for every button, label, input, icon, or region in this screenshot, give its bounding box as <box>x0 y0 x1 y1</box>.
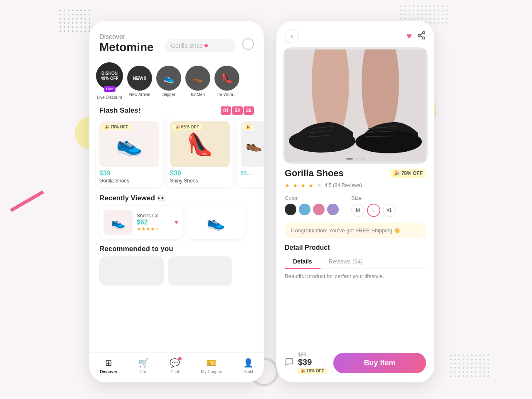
color-blue[interactable] <box>299 204 310 215</box>
rv-img-1: 👟 <box>103 210 133 235</box>
flash-card-1[interactable]: 🎉 78% OFF 👟 $39 Gorilla Shoes <box>96 118 163 187</box>
svg-line-4 <box>420 33 423 34</box>
product-discount-badge: 🎉 78% OFF <box>390 169 426 178</box>
nav-item-cart[interactable]: 🛒 Cart <box>138 358 149 374</box>
cat-label-slipper: Slipper <box>162 92 175 97</box>
back-button[interactable]: ‹ <box>285 29 299 43</box>
chat-icon-buy-bar[interactable] <box>285 357 294 369</box>
off-badge-2: 🎉 65% OFF <box>172 124 202 130</box>
size-XL[interactable]: XL <box>383 204 396 217</box>
flash-sales-title: Flash Sales! <box>99 106 140 115</box>
star-1: ★ <box>285 182 290 189</box>
app-title-block: Discover Metomine <box>99 33 154 54</box>
buy-price-info: $99 $39 🎉 78% OFF <box>298 352 327 374</box>
buy-bar: $99 $39 🎉 78% OFF Buy item <box>276 347 434 382</box>
color-pink[interactable] <box>313 204 325 215</box>
nav-item-profile[interactable]: 👤 Profil <box>243 358 254 374</box>
search-bar[interactable]: Gorilla Shoe <box>165 39 236 52</box>
off-small-emoji: 🎉 <box>300 369 305 373</box>
size-option-group: Size M L XL <box>351 195 396 217</box>
color-option-group: Color <box>285 195 339 217</box>
color-black[interactable] <box>285 204 296 215</box>
cat-circle-live: DISKON49% OFF Live <box>96 62 123 89</box>
off-badge-3: 🎉 <box>243 124 253 130</box>
cat-circle-new: NEW!! <box>127 66 152 91</box>
cat-item-women[interactable]: 👠 for Wom... <box>214 66 239 97</box>
shipping-banner: Congratulation! You've got FREE Shipping… <box>285 223 426 238</box>
left-header: Discover Metomine Gorilla Shoe <box>89 21 264 58</box>
tab-details[interactable]: Details <box>285 255 320 269</box>
flash-card-3[interactable]: 🎉 👞 $3... <box>237 118 264 187</box>
star-2: ★ <box>293 182 298 189</box>
nav-item-chat[interactable]: 💬 Chat <box>170 358 180 374</box>
nav-label-discover: Discover <box>100 369 117 374</box>
size-L[interactable]: L <box>367 204 380 217</box>
rv-card-1[interactable]: 👟 Shoes Co $62 ★★★★☆ ♥ <box>99 206 182 239</box>
svg-point-9 <box>355 130 422 153</box>
buy-item-button[interactable]: Buy item <box>333 353 426 373</box>
flash-img-2: 🎉 65% OFF 👠 <box>170 121 230 167</box>
product-main-image <box>283 47 428 164</box>
rec-card-2[interactable] <box>168 256 232 286</box>
flash-price-3: $3... <box>241 170 264 176</box>
size-label: Size <box>351 195 396 201</box>
coupon-icon: 🎫 <box>206 358 217 368</box>
cat-label-men: for Men <box>191 92 205 97</box>
chat-badge <box>178 357 182 360</box>
shoe-icon-2: 👠 <box>187 132 214 157</box>
metomine-label: Metomine <box>99 41 154 54</box>
nav-label-chat: Chat <box>170 369 179 374</box>
tab-reviews[interactable]: Reviews (84) <box>320 255 371 268</box>
size-options: M L XL <box>351 204 396 217</box>
cat-item-men[interactable]: 👞 for Men <box>185 66 210 97</box>
cat-item-live[interactable]: DISKON49% OFF Live Live Discount <box>96 62 123 100</box>
svg-line-3 <box>420 36 423 37</box>
cat-circle-slipper: 👟 <box>156 66 181 91</box>
recently-viewed-title: Recently Viewed 👀 <box>99 194 254 202</box>
rv-heart-1[interactable]: ♥ <box>175 219 179 226</box>
recommended-section: Recommended to you <box>89 242 264 289</box>
cat-item-slipper[interactable]: 👟 Slipper <box>156 66 181 97</box>
discount-emoji: 🎉 <box>394 170 400 176</box>
search-circle[interactable] <box>242 38 254 50</box>
bottom-nav: ⊞ Discover 🛒 Cart 💬 Chat 🎫 My Coupon 👤 P… <box>89 352 264 382</box>
flash-img-1: 🎉 78% OFF 👟 <box>99 121 159 167</box>
flash-name-1: Gorilla Shoes <box>99 178 159 184</box>
color-purple[interactable] <box>327 204 339 215</box>
star-5: ★ <box>316 181 322 189</box>
cat-label-new: New Arrival <box>129 92 150 97</box>
size-M[interactable]: M <box>351 204 365 217</box>
rec-card-1[interactable] <box>99 256 164 286</box>
deco-pink-line-left <box>10 190 44 212</box>
flash-sales-timer: 01 52 35 <box>221 106 254 115</box>
detail-section: Detail Product Details Reviews (84) Beau… <box>285 244 426 279</box>
flash-name-2: Shiny Shoes <box>170 178 230 184</box>
recently-viewed-section: Recently Viewed 👀 👟 Shoes Co $62 ★★★★☆ ♥… <box>89 191 264 242</box>
star-3: ★ <box>300 182 306 189</box>
profile-icon: 👤 <box>243 358 254 368</box>
rv-card-2[interactable]: 👟 <box>187 206 245 239</box>
nav-item-coupon[interactable]: 🎫 My Coupon <box>201 358 222 374</box>
categories-row: DISKON49% OFF Live Live Discount NEW!! N… <box>89 58 264 104</box>
live-badge: Live <box>103 86 116 92</box>
color-label: Color <box>285 195 339 201</box>
cart-icon: 🛒 <box>138 358 149 368</box>
search-text: Gorilla Shoe <box>171 42 203 49</box>
cat-item-new[interactable]: NEW!! New Arrival <box>127 66 152 97</box>
color-options <box>285 204 339 215</box>
recommended-items <box>99 256 254 286</box>
nav-item-discover[interactable]: ⊞ Discover <box>100 358 117 374</box>
wishlist-heart-icon[interactable]: ♥ <box>406 31 412 42</box>
share-icon[interactable] <box>417 31 426 42</box>
recently-viewed-items: 👟 Shoes Co $62 ★★★★☆ ♥ 👟 <box>99 206 254 239</box>
flash-img-3: 🎉 👞 <box>241 121 264 167</box>
flash-card-2[interactable]: 🎉 65% OFF 👠 $39 Shiny Shoes <box>167 118 233 187</box>
dot-3 <box>361 158 365 160</box>
price-new: $39 <box>298 357 327 367</box>
detail-tabs: Details Reviews (84) <box>285 255 426 269</box>
rv-price-1: $62 <box>137 219 170 226</box>
cat-label-women: for Wom... <box>217 92 236 97</box>
timer-seconds: 35 <box>244 106 254 115</box>
left-phone: Discover Metomine Gorilla Shoe DISKON49%… <box>89 21 264 382</box>
right-phone: ‹ ♥ <box>276 21 434 382</box>
